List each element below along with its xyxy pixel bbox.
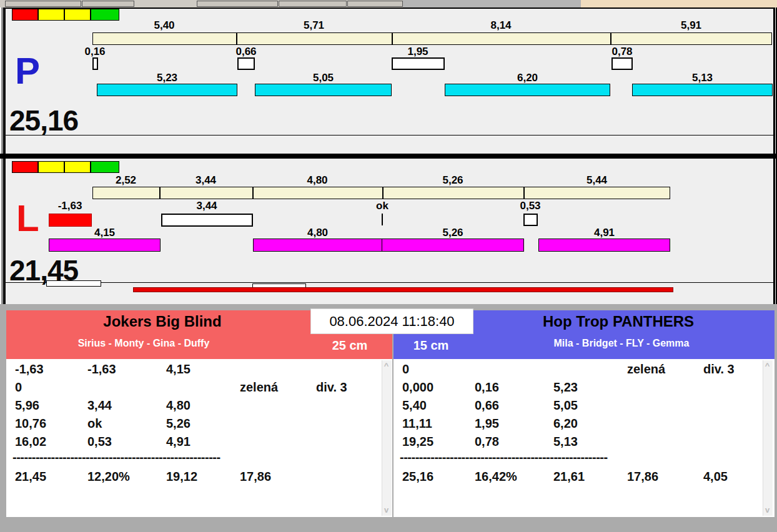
result-cell: 0,53	[87, 435, 112, 448]
run-time-bar	[445, 84, 610, 96]
result-cell: 5,05	[553, 399, 578, 411]
summary-cell: 21,45	[15, 470, 46, 483]
status-light-green	[91, 9, 119, 21]
status-light-yellow	[64, 161, 91, 173]
penalty-bar	[133, 287, 673, 292]
split-bar-divider	[252, 187, 254, 199]
result-cell: 5,96	[15, 399, 39, 411]
chevron-down-icon[interactable]: v	[763, 506, 772, 515]
status-light-red	[12, 161, 38, 173]
false-start-box	[49, 214, 92, 227]
run-time-label: 6,20	[445, 72, 610, 83]
team-right-scrollbar[interactable]	[763, 360, 773, 516]
background-window-segment	[197, 1, 278, 7]
result-cell: ok	[87, 417, 102, 430]
result-cell: 0,78	[475, 435, 499, 448]
split-time-bar	[92, 187, 670, 199]
split-time-label: 2,52	[92, 175, 159, 185]
split-bar-divider	[523, 187, 525, 199]
result-cell: zelená	[240, 381, 278, 393]
change-time-label: 0,53	[508, 200, 552, 211]
result-cell: 0,000	[402, 381, 433, 393]
change-time-label: -1,63	[48, 200, 92, 211]
summary-cell: 17,86	[627, 470, 658, 483]
background-window-segment	[347, 1, 403, 7]
change-time-label: 0,66	[227, 46, 265, 57]
changeover-box	[92, 57, 98, 70]
run-time-bar	[255, 84, 392, 96]
result-cell: 5,13	[553, 435, 578, 448]
change-time-label: 0,78	[603, 46, 641, 57]
result-cell: 5,26	[166, 417, 191, 430]
team-left-scrollbar[interactable]	[382, 360, 392, 516]
result-cell: 5,23	[553, 381, 578, 393]
change-time-label: 0,16	[76, 46, 114, 57]
run-time-bar	[253, 239, 383, 252]
result-cell: -1,63	[87, 363, 116, 375]
run-time-bar	[632, 84, 773, 96]
result-cell: 19,25	[402, 435, 433, 448]
split-time-bar	[92, 32, 772, 45]
split-bar-divider	[236, 32, 237, 45]
split-time-label: 5,40	[92, 20, 236, 31]
run-time-label: 5,23	[97, 72, 237, 83]
team-right-results-table	[393, 359, 775, 517]
lane-divider	[0, 154, 777, 159]
run-time-bar	[538, 239, 670, 252]
result-cell: 0	[15, 381, 22, 393]
result-cell: 0,16	[475, 381, 499, 393]
summary-cell: 4,05	[703, 470, 728, 483]
split-time-label: 3,44	[159, 175, 252, 185]
result-cell: 0	[402, 363, 409, 375]
split-time-label: 4,80	[252, 175, 382, 185]
team-left-jump-height: 25 cm	[315, 339, 384, 352]
changeover-box	[392, 57, 445, 70]
changeover-box	[237, 57, 255, 70]
changeover-box	[611, 57, 633, 70]
split-time-label: 5,71	[236, 20, 392, 31]
change-time-label: ok	[360, 200, 404, 211]
changeover-box	[161, 214, 253, 227]
split-bar-divider	[159, 187, 161, 199]
team-right-lineup: Mila - Bridget - FLY - Gemma	[475, 338, 768, 348]
result-cell: zelená	[627, 363, 665, 375]
chevron-down-icon[interactable]: v	[382, 506, 391, 515]
result-cell: div. 3	[703, 363, 735, 375]
summary-cell: 17,86	[240, 470, 271, 483]
run-time-label: 5,26	[382, 227, 523, 238]
result-cell: -1,63	[15, 363, 44, 375]
status-light-red	[12, 9, 38, 21]
result-cell: 1,95	[475, 417, 499, 430]
run-time-label: 4,15	[49, 227, 161, 238]
status-light-yellow	[38, 9, 64, 21]
run-time-bar	[97, 84, 237, 96]
run-time-bar	[382, 239, 524, 252]
result-cell: 5,40	[402, 399, 427, 411]
run-time-label: 5,13	[632, 72, 773, 83]
timing-app-window: 5,40 5,71 8,14 5,91 0,16 0,66 1,95 0,78 …	[0, 0, 777, 532]
split-bar-divider	[382, 187, 384, 199]
background-window-tan-area	[581, 0, 777, 7]
lane-p-total-time: 25,16	[9, 106, 78, 135]
table-separator: ----------------------------------------…	[400, 451, 608, 463]
background-window-segment	[5, 1, 81, 7]
result-cell: div. 3	[316, 381, 347, 393]
ok-tick-mark	[382, 214, 383, 225]
run-time-label: 4,80	[253, 227, 382, 238]
lane-p-bottom-line	[6, 135, 773, 135]
chevron-up-icon[interactable]: ^	[382, 362, 391, 370]
split-time-label: 5,91	[610, 20, 772, 31]
summary-cell: 21,61	[553, 470, 585, 483]
team-left-lineup: Sirius - Monty - Gina - Duffy	[12, 338, 275, 348]
changeover-box	[523, 214, 538, 226]
result-cell: 11,11	[402, 417, 432, 430]
result-cell: 6,20	[553, 417, 578, 430]
change-time-label: 1,95	[399, 46, 437, 57]
background-window-area	[403, 0, 581, 7]
result-cell: 4,15	[166, 363, 191, 375]
summary-cell: 12,20%	[87, 470, 130, 483]
split-time-label: 8,14	[392, 20, 610, 31]
team-right-jump-height: 15 cm	[400, 339, 462, 352]
status-light-green	[91, 161, 119, 173]
chevron-up-icon[interactable]: ^	[763, 362, 772, 370]
